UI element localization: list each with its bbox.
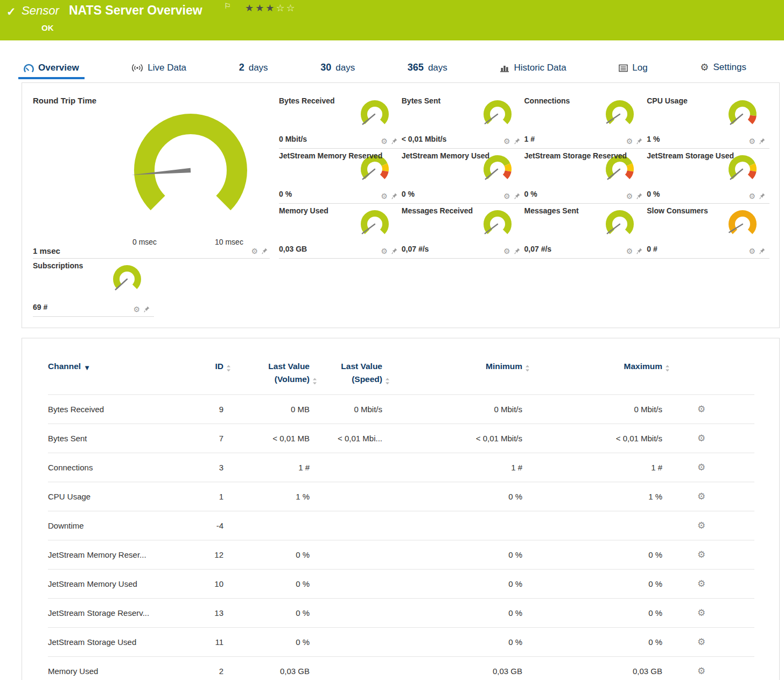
tab-label: days [249, 63, 268, 73]
channel-row[interactable]: JetStream Storage Reserv...130 %0 %0 %⚙ [48, 599, 754, 628]
pin-icon[interactable] [636, 138, 642, 144]
pin-icon[interactable] [636, 193, 642, 199]
gear-icon[interactable]: ⚙ [381, 247, 388, 255]
gear-icon[interactable]: ⚙ [251, 247, 258, 255]
gauge-value: 0 % [279, 190, 292, 198]
star-icon[interactable]: ☆ [286, 3, 297, 13]
cell-maximum: 0 % [530, 570, 670, 599]
pin-icon[interactable] [759, 138, 765, 144]
pin-icon[interactable] [391, 138, 397, 144]
tab-overview[interactable]: Overview [18, 55, 85, 79]
tab-2-days[interactable]: 2 days [234, 55, 274, 79]
cell-last-value-speed [317, 482, 390, 511]
cell-last-value-volume: 1 # [231, 453, 317, 482]
table-header-row: Channel▼ ID Last Value(Volume) Last Valu… [48, 360, 754, 395]
channels-panel: Channel▼ ID Last Value(Volume) Last Valu… [22, 338, 780, 680]
tab-live-data[interactable]: Live Data [126, 55, 192, 79]
channel-settings-gear-icon[interactable]: ⚙ [697, 433, 705, 443]
gear-icon[interactable]: ⚙ [626, 192, 633, 200]
star-icon[interactable]: ★ [255, 3, 265, 13]
column-header-last-value-speed[interactable]: Last Value(Speed) [317, 360, 390, 395]
gear-icon[interactable]: ⚙ [381, 137, 388, 145]
channel-row[interactable]: JetStream Memory Reser...120 %0 %0 %⚙ [48, 540, 754, 570]
gauge-title: Bytes Sent [402, 96, 440, 105]
gauge-title: Bytes Received [279, 96, 335, 105]
star-rating[interactable]: ★★★☆☆ [245, 2, 297, 14]
column-header-id[interactable]: ID [177, 360, 231, 395]
gear-icon[interactable]: ⚙ [626, 247, 633, 255]
gear-icon[interactable]: ⚙ [748, 192, 755, 200]
gauge-scale-min: 0 msec [132, 238, 157, 246]
gauge-arc [723, 208, 762, 241]
cell-id: 13 [177, 599, 231, 628]
channel-row[interactable]: Connections31 #1 #1 #⚙ [48, 453, 754, 482]
flag-icon[interactable]: ⚐ [224, 2, 231, 10]
gauge-value: 1 msec [33, 246, 60, 255]
channel-row[interactable]: CPU Usage11 %0 %1 %⚙ [48, 482, 754, 511]
mini-gauge-grid: Bytes Received0 Mbit/s⚙Bytes Sent< 0,01 … [279, 94, 769, 328]
channel-settings-gear-icon[interactable]: ⚙ [697, 462, 705, 473]
column-header-maximum[interactable]: Maximum [530, 360, 670, 395]
gauge-chart [355, 208, 394, 244]
cell-last-value-speed [317, 570, 390, 599]
tab-historic-data[interactable]: Historic Data [494, 55, 571, 79]
channel-row[interactable]: Bytes Received90 MB0 Mbit/s0 Mbit/s0 Mbi… [48, 395, 754, 424]
pin-icon[interactable] [262, 248, 268, 254]
channel-row[interactable]: Memory Used20,03 GB0,03 GB0,03 GB⚙ [48, 657, 754, 680]
sort-icon [226, 365, 231, 372]
pin-icon[interactable] [514, 248, 520, 254]
gear-icon[interactable]: ⚙ [503, 192, 510, 200]
gauge-arc [478, 208, 517, 241]
star-icon[interactable]: ☆ [276, 3, 286, 13]
gear-icon[interactable]: ⚙ [748, 247, 755, 255]
pin-icon[interactable] [514, 138, 520, 144]
channel-settings-gear-icon[interactable]: ⚙ [697, 579, 705, 589]
cell-last-value-speed [317, 628, 390, 657]
channel-settings-gear-icon[interactable]: ⚙ [697, 550, 705, 560]
channel-row[interactable]: JetStream Memory Used100 %0 %0 %⚙ [48, 570, 754, 599]
channel-settings-gear-icon[interactable]: ⚙ [697, 521, 705, 531]
cell-maximum: < 0,01 Mbit/s [530, 424, 670, 453]
gear-icon[interactable]: ⚙ [503, 137, 510, 145]
pin-icon[interactable] [759, 193, 765, 199]
tab-settings[interactable]: ⚙ Settings [695, 54, 752, 79]
gear-icon[interactable]: ⚙ [381, 192, 388, 200]
channel-settings-gear-icon[interactable]: ⚙ [697, 666, 705, 676]
gear-icon[interactable]: ⚙ [133, 306, 140, 313]
column-header-last-value-volume[interactable]: Last Value(Volume) [231, 360, 317, 395]
channel-settings-gear-icon[interactable]: ⚙ [697, 637, 705, 647]
pin-icon[interactable] [759, 248, 765, 254]
channel-settings-gear-icon[interactable]: ⚙ [697, 491, 705, 502]
round-trip-gauge-arc [122, 106, 262, 231]
channel-row[interactable]: Bytes Sent7< 0,01 MB< 0,01 Mbi...< 0,01 … [48, 424, 754, 453]
channel-settings-gear-icon[interactable]: ⚙ [697, 404, 705, 414]
cell-id: -4 [177, 511, 231, 540]
tab-log[interactable]: Log [613, 55, 653, 79]
cell-maximum: 0,03 GB [530, 657, 670, 680]
cell-last-value-speed: 0 Mbit/s [317, 395, 390, 424]
status-badge: OK [41, 23, 54, 32]
gear-icon[interactable]: ⚙ [748, 137, 755, 145]
tab-30-days[interactable]: 30 days [315, 55, 360, 79]
channel-table-body: Bytes Received90 MB0 Mbit/s0 Mbit/s0 Mbi… [48, 395, 754, 680]
pin-icon[interactable] [391, 248, 397, 254]
column-header-minimum[interactable]: Minimum [390, 360, 530, 395]
mini-gauge-cell: Messages Received0,07 #/s⚙ [402, 204, 524, 259]
pin-icon[interactable] [514, 193, 520, 199]
pin-icon[interactable] [391, 193, 397, 199]
channel-row[interactable]: JetStream Storage Used110 %0 %0 %⚙ [48, 628, 754, 657]
channel-settings-gear-icon[interactable]: ⚙ [697, 608, 705, 618]
gear-icon[interactable]: ⚙ [503, 247, 510, 255]
pin-icon[interactable] [636, 248, 642, 254]
cell-last-value-speed: < 0,01 Mbi... [317, 424, 390, 453]
gear-icon[interactable]: ⚙ [626, 137, 633, 145]
gauge-title: JetStream Memory Reserved [279, 151, 382, 160]
column-header-channel[interactable]: Channel▼ [48, 360, 177, 395]
star-icon[interactable]: ★ [265, 3, 276, 13]
channel-row[interactable]: Downtime-4⚙ [48, 511, 754, 540]
pin-icon[interactable] [144, 306, 150, 313]
star-icon[interactable]: ★ [245, 3, 255, 13]
tab-label: Live Data [148, 63, 186, 73]
tab-365-days[interactable]: 365 days [402, 55, 453, 79]
gauge-value: 0,03 GB [279, 245, 307, 253]
